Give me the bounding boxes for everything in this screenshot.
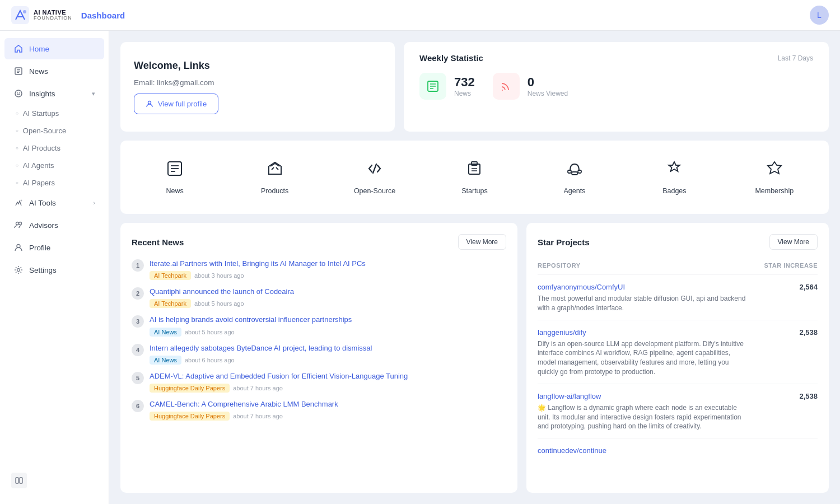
quicknav-open-source-icon <box>366 160 384 181</box>
news-item-link[interactable]: ADEM-VL: Adaptive and Embedded Fusion fo… <box>150 371 506 381</box>
quicknav-grid: News Products Open-Source <box>127 150 822 205</box>
news-list-item: 3 AI is helping brands avoid controversi… <box>132 315 506 336</box>
main-layout: Home News Insights ▾ AI Startups Open-So… <box>0 31 840 504</box>
stat-news-label: News <box>454 90 475 97</box>
news-list-item: 5 ADEM-VL: Adaptive and Embedded Fusion … <box>132 371 506 393</box>
sidebar-sub-open-source[interactable]: Open-Source <box>11 123 104 139</box>
svg-point-16 <box>148 101 151 104</box>
news-item-meta: Huggingface Daily Papers about 7 hours a… <box>150 412 506 421</box>
quicknav-startups-label: Startups <box>461 187 488 195</box>
sidebar-sub-ai-products[interactable]: AI Products <box>11 140 104 156</box>
quicknav-products[interactable]: Products <box>227 150 322 205</box>
svg-point-1 <box>23 10 26 13</box>
news-item-content: ADEM-VL: Adaptive and Embedded Fusion fo… <box>150 371 506 393</box>
welcome-card: Welcome, Links Email: links@gmail.com Vi… <box>120 42 395 132</box>
view-profile-button[interactable]: View full profile <box>134 94 218 114</box>
quicknav-news[interactable]: News <box>127 150 222 205</box>
stat-news-count: 732 <box>454 75 475 90</box>
news-icon <box>13 66 24 76</box>
stat-news-icon-wrap <box>419 73 446 100</box>
weekly-stats-card: Weekly Statistic Last 7 Days 732 News <box>404 42 829 132</box>
sidebar-item-home[interactable]: Home <box>4 38 104 59</box>
recent-news-card: Recent News View More 1 Iterate.ai Partn… <box>120 223 517 493</box>
news-item-tag: Huggingface Daily Papers <box>150 412 230 421</box>
news-list-item: 1 Iterate.ai Partners with Intel, Bringi… <box>132 259 506 280</box>
stat-viewed-icon-wrap <box>493 73 520 100</box>
sidebar-item-advisors[interactable]: Advisors <box>4 214 104 236</box>
avatar[interactable]: L <box>810 6 829 25</box>
sidebar-sub-ai-papers[interactable]: AI Papers <box>11 175 104 191</box>
quicknav-agents-icon <box>566 160 584 181</box>
news-item-tag: AI Techpark <box>150 299 191 308</box>
insights-icon <box>13 88 24 99</box>
svg-line-25 <box>272 167 274 170</box>
star-item-desc: Dify is an open-source LLM app developme… <box>538 339 750 377</box>
quicknav-startups[interactable]: Startups <box>427 150 522 205</box>
news-item-time: about 5 hours ago <box>185 329 235 335</box>
sidebar-item-ai-tools[interactable]: AI Tools › <box>4 192 104 213</box>
news-item-link[interactable]: Quantiphi announced the launch of Codeai… <box>150 287 506 297</box>
star-item-count <box>750 445 818 446</box>
sidebar-toggle-button[interactable] <box>11 473 27 488</box>
news-item-time: about 7 hours ago <box>233 413 283 419</box>
quicknav-badges[interactable]: Badges <box>627 150 722 205</box>
star-repo-link[interactable]: continuedev/continue <box>538 446 606 455</box>
star-item-desc: The most powerful and modular stable dif… <box>538 294 750 313</box>
quicknav-news-icon <box>166 160 184 181</box>
news-item-content: Iterate.ai Partners with Intel, Bringing… <box>150 259 506 280</box>
svg-rect-33 <box>578 170 581 173</box>
sidebar-ai-tools-label: AI Tools <box>29 199 87 207</box>
star-repo-link[interactable]: langflow-ai/langflow <box>538 392 601 400</box>
logo: AI NATIVE FOUNDATION <box>11 6 72 24</box>
sidebar-advisors-label: Advisors <box>29 221 95 230</box>
news-item-meta: AI Techpark about 3 hours ago <box>150 271 506 280</box>
stats-row: 732 News 0 News Viewed <box>419 73 813 100</box>
svg-rect-32 <box>568 170 571 173</box>
news-item-link[interactable]: AI is helping brands avoid controversial… <box>150 315 506 325</box>
news-item-link[interactable]: Intern allegedly sabotages ByteDance AI … <box>150 343 506 353</box>
news-item-number: 1 <box>132 259 144 272</box>
news-list-item: 2 Quantiphi announced the launch of Code… <box>132 287 506 308</box>
news-item-tag: AI News <box>150 328 181 337</box>
repo-col-label: REPOSITORY <box>538 262 750 269</box>
sidebar-sub-ai-startups[interactable]: AI Startups <box>11 105 104 122</box>
star-list-item: comfyanonymous/ComfyUI The most powerful… <box>538 275 818 320</box>
sidebar-item-news[interactable]: News <box>4 60 104 82</box>
topbar: AI NATIVE FOUNDATION Dashboard L <box>0 0 840 31</box>
star-repo-link[interactable]: langgenius/dify <box>538 328 586 337</box>
sidebar-profile-label: Profile <box>29 244 95 252</box>
stats-header: Weekly Statistic Last 7 Days <box>419 53 813 63</box>
news-item-link[interactable]: Iterate.ai Partners with Intel, Bringing… <box>150 259 506 269</box>
sidebar-item-settings[interactable]: Settings <box>4 259 104 281</box>
row1: Welcome, Links Email: links@gmail.com Vi… <box>120 42 829 132</box>
star-repo-link[interactable]: comfyanonymous/ComfyUI <box>538 283 625 291</box>
quicknav-badges-label: Badges <box>662 187 686 195</box>
news-item-number: 6 <box>132 400 144 412</box>
sidebar-settings-label: Settings <box>29 266 95 274</box>
stat-viewed-label: News Viewed <box>528 90 568 97</box>
star-item-info: langflow-ai/langflow 🌟 Langflow is a dyn… <box>538 391 750 431</box>
sidebar-item-insights[interactable]: Insights ▾ <box>4 83 104 104</box>
star-view-more-button[interactable]: View More <box>769 234 818 250</box>
stars-col-label: STAR INCREASE <box>750 262 818 269</box>
svg-line-27 <box>373 164 376 173</box>
news-item-link[interactable]: CAMEL-Bench: A Comprehensive Arabic LMM … <box>150 399 506 409</box>
news-view-more-button[interactable]: View More <box>458 234 506 250</box>
svg-point-8 <box>19 92 20 94</box>
sidebar-item-profile[interactable]: Profile <box>4 237 104 258</box>
quicknav-membership[interactable]: Membership <box>727 150 822 205</box>
news-item-tag: AI News <box>150 356 181 365</box>
stat-news: 732 News <box>419 73 475 100</box>
svg-point-7 <box>17 92 18 94</box>
news-item-number: 5 <box>132 372 144 384</box>
quicknav-membership-icon <box>766 160 783 181</box>
news-item-meta: Huggingface Daily Papers about 7 hours a… <box>150 384 506 393</box>
svg-point-13 <box>17 269 20 272</box>
star-table-header: REPOSITORY STAR INCREASE <box>538 259 818 275</box>
news-item-tag: AI Techpark <box>150 271 191 280</box>
quicknav-agents[interactable]: Agents <box>527 150 622 205</box>
stat-viewed-count: 0 <box>528 75 568 90</box>
user-icon <box>146 100 153 108</box>
sidebar-sub-ai-agents[interactable]: AI Agents <box>11 157 104 174</box>
quicknav-open-source[interactable]: Open-Source <box>327 150 422 205</box>
